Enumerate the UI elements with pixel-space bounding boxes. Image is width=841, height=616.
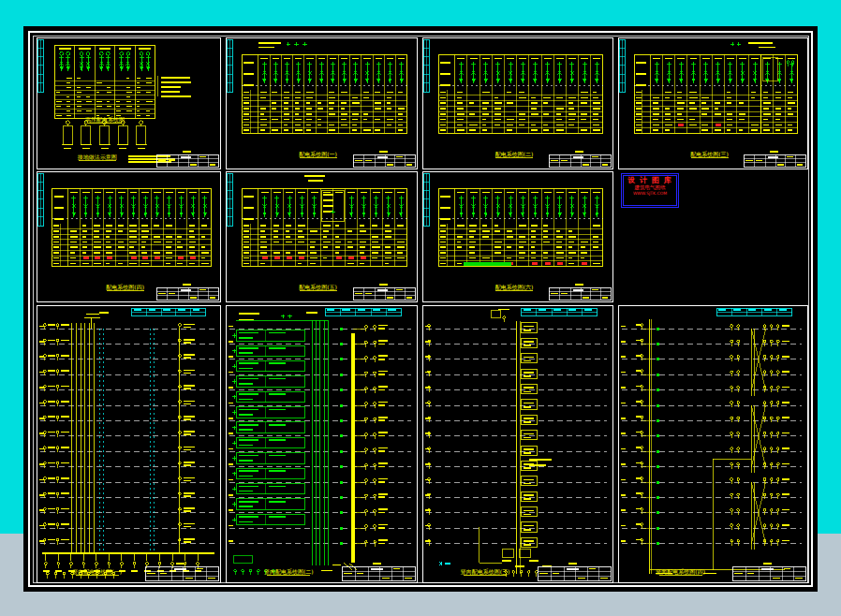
signature-strip[interactable] [423, 39, 429, 92]
title-block[interactable] [538, 563, 611, 580]
arrow-head [545, 213, 549, 217]
drawing-area[interactable]: 高压配电系统图接地做法示意图配电系统图(一)配电系统图(二)配电系统图(三)配电… [23, 26, 818, 592]
sheet-title[interactable]: 配电系统图(六) [495, 284, 534, 291]
sheet-riser-3[interactable]: 竖向配电系统图(三) [422, 305, 612, 582]
watermark-stamp[interactable]: 设 计 图 库 建筑电气图纸 WWW.SJTK.COM [621, 173, 679, 208]
floor-dist-box[interactable] [522, 338, 538, 347]
sheet-title[interactable]: 高压配电系统图 [85, 116, 125, 124]
sheet-riser-1[interactable]: 竖向配电系统图(一) [37, 305, 220, 582]
floor-dist-box[interactable] [522, 507, 538, 517]
floor-panel-box[interactable] [232, 407, 305, 418]
sheet-dist-3[interactable]: 配电系统图(三) [618, 37, 807, 169]
title-block[interactable] [744, 151, 805, 167]
text-mark [524, 514, 531, 516]
floor-dist-box[interactable] [522, 446, 538, 455]
revision-strip[interactable] [325, 308, 402, 315]
text-mark [782, 433, 789, 434]
sheet-title[interactable]: 竖向配电系统图(二) [264, 568, 314, 576]
text-mark [184, 324, 195, 326]
title-block[interactable] [145, 563, 218, 580]
floor-dist-box[interactable] [522, 384, 538, 393]
floor-panel-box[interactable] [232, 391, 305, 402]
sheet-dist-2[interactable]: 配电系统图(二) [422, 37, 612, 169]
sheet-title[interactable]: 竖向配电系统图(一) [72, 568, 122, 576]
title-block[interactable] [156, 151, 218, 167]
floor-panel-box[interactable] [232, 514, 305, 524]
text-mark [502, 560, 511, 562]
sheet-title[interactable]: 配电系统图(三) [690, 151, 729, 158]
floor-dist-box[interactable] [522, 323, 538, 332]
sheet-riser-2[interactable]: 竖向配电系统图(二) [226, 305, 417, 582]
floor-dist-box[interactable] [522, 537, 538, 547]
text-mark [379, 151, 388, 153]
signature-strip[interactable] [37, 173, 43, 226]
sheet-title[interactable]: 配电系统图(四) [106, 284, 144, 291]
floor-panel-box[interactable] [232, 422, 305, 433]
floor-panel-box[interactable] [232, 484, 305, 494]
sheet-dist-5[interactable]: 配电系统图(五) [226, 171, 417, 301]
sheet-title[interactable]: 配电系统图(二) [495, 151, 534, 158]
title-block[interactable] [342, 563, 415, 580]
text-mark [138, 148, 145, 150]
floor-dist-box[interactable] [522, 415, 538, 424]
signature-strip[interactable] [37, 39, 43, 92]
floor-panel-box[interactable] [232, 468, 305, 478]
floor-panel-box[interactable] [232, 376, 305, 387]
text-mark [763, 113, 771, 115]
text-mark [375, 119, 380, 121]
text-mark [169, 160, 175, 162]
sheet-dist-4[interactable]: 配电系统图(四) [37, 171, 220, 301]
signature-strip[interactable] [227, 173, 232, 226]
text-mark [531, 246, 535, 248]
text-mark [56, 101, 62, 103]
text-mark [636, 119, 642, 121]
floor-panel-box[interactable] [232, 360, 305, 371]
floor-dist-box[interactable] [522, 369, 538, 378]
floor-dist-box[interactable] [522, 354, 538, 363]
sheet-title[interactable]: 配电系统图(一) [299, 151, 337, 158]
title-block[interactable] [549, 284, 611, 300]
floor-panel-box[interactable] [232, 330, 305, 341]
sheet-title[interactable]: 配电系统图(五) [299, 284, 337, 291]
revision-strip[interactable] [716, 308, 792, 315]
text-mark [126, 78, 129, 80]
text-mark [665, 125, 672, 126]
signature-strip[interactable] [227, 39, 232, 92]
signature-strip[interactable] [619, 39, 625, 92]
text-mark [727, 92, 731, 94]
revision-strip[interactable] [132, 308, 205, 315]
floor-dist-box[interactable] [522, 400, 538, 409]
text-mark [469, 225, 477, 227]
floor-dist-box[interactable] [522, 491, 538, 501]
title-block[interactable] [549, 151, 611, 167]
floor-dist-box[interactable] [522, 477, 538, 486]
sheet-border [618, 37, 807, 169]
title-block[interactable] [156, 284, 218, 300]
sheet-dist-1[interactable]: 配电系统图(一) [226, 37, 417, 169]
text-mark [469, 236, 474, 238]
sheet-riser-4[interactable]: 竖向配电系统图(四) [618, 305, 807, 582]
sheet-hv-system[interactable]: 高压配电系统图接地做法示意图 [37, 37, 220, 169]
signature-strip[interactable] [423, 173, 429, 226]
floor-panel-box[interactable] [232, 437, 305, 447]
title-block[interactable] [353, 151, 415, 167]
text-mark [387, 102, 391, 104]
sheet-title[interactable]: 竖向配电系统图(四) [656, 568, 705, 576]
text-mark [524, 433, 534, 435]
sheet-dist-6[interactable]: 配电系统图(六) [422, 171, 612, 301]
revision-strip[interactable] [522, 308, 598, 315]
text-mark [166, 246, 172, 248]
floor-dist-box[interactable] [522, 522, 538, 532]
sheet-title[interactable]: 竖向配电系统图(三) [461, 568, 510, 576]
floor-dist-box[interactable] [522, 431, 538, 440]
sheet-subtitle[interactable]: 接地做法示意图 [78, 154, 117, 161]
text-mark [61, 432, 69, 433]
text-mark [310, 246, 315, 248]
text-mark [77, 92, 82, 94]
title-block[interactable] [353, 284, 415, 300]
floor-panel-box[interactable] [232, 345, 305, 356]
title-block[interactable] [732, 563, 805, 580]
floor-panel-box[interactable] [232, 499, 305, 509]
floor-panel-box[interactable] [232, 453, 305, 463]
text-mark [260, 92, 267, 94]
